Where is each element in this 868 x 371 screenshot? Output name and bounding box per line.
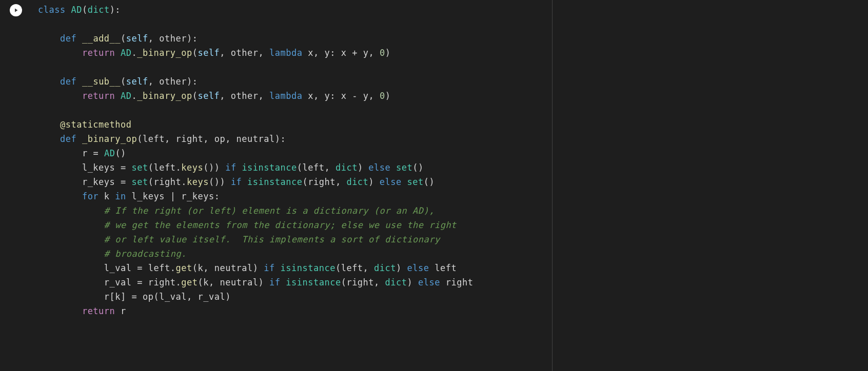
token-builtin: dict xyxy=(385,277,407,287)
token-punc: , xyxy=(313,48,324,58)
code-line: for k in l_keys | r_keys: xyxy=(38,189,552,203)
token-cmt: # If the right (or left) element is a di… xyxy=(104,205,435,216)
token-id: r_val xyxy=(104,277,132,287)
token-id: y xyxy=(363,48,369,58)
token-num: 0 xyxy=(380,48,385,58)
token-punc: ( xyxy=(148,177,154,187)
code-line: class AD(dict): xyxy=(38,3,552,17)
token-punc: , xyxy=(313,91,324,101)
token-punc: ) xyxy=(253,263,264,273)
token-kw: else xyxy=(407,263,429,273)
token-dec: @staticmethod xyxy=(60,119,132,130)
token-op: | xyxy=(170,191,176,201)
token-mag: return xyxy=(82,91,115,101)
token-builtin: dict xyxy=(336,162,358,173)
token-punc: , xyxy=(187,292,198,302)
token-punc: ( xyxy=(154,292,160,302)
code-line: # If the right (or left) element is a di… xyxy=(38,203,552,218)
token-id: neutral xyxy=(220,277,258,287)
token-id: l_val xyxy=(159,292,187,302)
token-punc: ( xyxy=(82,5,88,15)
token-punc: , xyxy=(148,76,159,87)
token-id: right xyxy=(308,177,336,187)
token-kw: if xyxy=(264,263,274,273)
token-cls: AD xyxy=(121,91,131,101)
token-punc: ( xyxy=(137,134,143,144)
token-kw: if xyxy=(269,277,280,287)
run-cell-button[interactable] xyxy=(10,4,22,16)
token-punc: , xyxy=(225,134,236,144)
token-punc: ( xyxy=(336,263,341,273)
token-id: l_keys xyxy=(82,162,115,173)
token-id: op xyxy=(143,292,153,302)
token-punc: , xyxy=(148,33,159,44)
token-punc: ) xyxy=(385,48,391,58)
token-punc: , xyxy=(259,48,269,58)
token-id: r xyxy=(104,292,110,302)
token-builtin: isinstance xyxy=(242,162,297,173)
token-mag: return xyxy=(82,48,115,58)
token-id: x xyxy=(308,48,313,58)
token-punc: ) xyxy=(225,292,231,302)
token-id: other xyxy=(231,48,259,58)
token-id: right xyxy=(148,277,176,287)
token-kw: lambda xyxy=(269,48,302,58)
code-line: return r xyxy=(38,304,552,318)
token-punc: , xyxy=(220,48,230,58)
token-builtin: dict xyxy=(374,263,396,273)
token-param: other xyxy=(159,76,187,87)
token-id: left xyxy=(341,263,363,273)
token-kw: def xyxy=(60,134,76,144)
token-id: r_val xyxy=(198,292,225,302)
token-cmt: # broadcasting. xyxy=(104,249,187,259)
token-punc: , xyxy=(259,91,269,101)
token-id: y xyxy=(324,48,330,58)
token-id: r xyxy=(82,148,88,158)
token-id: r xyxy=(121,306,126,316)
code-line: # or left value itself. This implements … xyxy=(38,232,552,246)
token-id: r_keys xyxy=(82,177,115,187)
token-id: right xyxy=(346,277,374,287)
code-editor[interactable]: class AD(dict): def __add__(self, other)… xyxy=(32,0,553,371)
token-punc: : xyxy=(330,91,341,101)
token-builtin: dict xyxy=(88,5,110,15)
token-kw: in xyxy=(115,191,126,201)
token-punc: , xyxy=(209,277,220,287)
token-punc: : xyxy=(330,48,341,58)
token-id: l_val xyxy=(104,263,132,273)
token-punc: () xyxy=(115,148,126,158)
token-param: other xyxy=(159,33,187,44)
token-builtin: set xyxy=(407,177,424,187)
token-fn: _binary_op xyxy=(82,134,137,144)
token-cmt: # we get the elements from the dictionar… xyxy=(104,220,457,230)
token-punc: , xyxy=(165,134,175,144)
token-punc: , xyxy=(203,263,214,273)
token-param: left xyxy=(143,134,165,144)
code-line: # we get the elements from the dictionar… xyxy=(38,218,552,232)
token-builtin: isinstance xyxy=(281,263,336,273)
token-kw: if xyxy=(231,177,242,187)
token-id: left xyxy=(154,162,176,173)
token-punc: ): xyxy=(187,33,198,44)
token-punc: () xyxy=(412,162,423,173)
play-icon xyxy=(13,7,19,13)
token-punc: ) xyxy=(407,277,418,287)
token-op: = xyxy=(121,162,126,173)
token-cls: AD xyxy=(121,48,131,58)
token-builtin: isinstance xyxy=(247,177,302,187)
token-punc: ( xyxy=(121,33,126,44)
token-punc: ( xyxy=(148,162,154,173)
token-punc: ( xyxy=(297,162,303,173)
token-kw: lambda xyxy=(269,91,302,101)
token-id: l_keys xyxy=(132,191,165,201)
token-mag: return xyxy=(82,306,115,316)
code-line: r_val = right.get(k, neutral) if isinsta… xyxy=(38,275,552,290)
token-punc: ) xyxy=(259,277,269,287)
code-line: return AD._binary_op(self, other, lambda… xyxy=(38,89,552,103)
token-punc: ): xyxy=(275,134,286,144)
code-line: r[k] = op(l_val, r_val) xyxy=(38,290,552,304)
token-param: neutral xyxy=(236,134,275,144)
token-punc: . xyxy=(175,277,181,287)
token-kw: def xyxy=(60,76,76,87)
code-line: @staticmethod xyxy=(38,117,552,132)
